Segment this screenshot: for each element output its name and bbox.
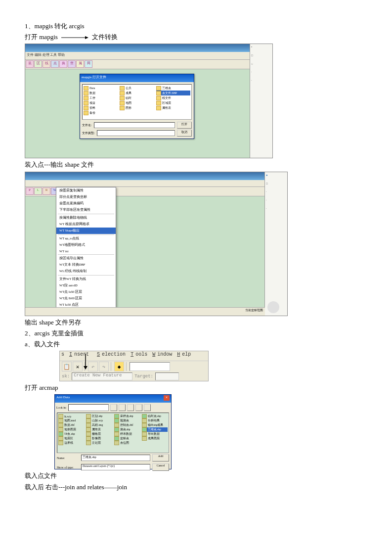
nav-button[interactable] [119,404,126,411]
line-2: 打开 mapgis 文件转换 [25,33,367,42]
menu-item[interactable]: WT txt [56,248,116,254]
side-panel: ●□ ··· [264,172,287,316]
menu-item[interactable]: 全图点更换编码 [56,200,116,207]
menu-item[interactable]: 按图层复制属性 [56,187,116,194]
delete-icon[interactable]: ✕ [73,362,83,371]
nav-button[interactable] [144,404,151,411]
name-input[interactable]: 三维点.shp [81,455,150,461]
menu-item[interactable]: WT地图明码格式 [56,242,116,248]
line-9: 载入后 右击---join and relates——join [25,483,367,492]
dialog-title: mapgis 打开文件 [80,74,194,82]
file-list[interactable]: lk.w/p 地图.mxd 数据.dbf 地形图层 TP点.shp 地层区 边界… [57,413,169,453]
nav-button[interactable] [135,404,142,411]
screenshot-mapgis-convert: 文件 编辑 处理 工具 帮助 装区线 点换查 属网 •□○ ·· mapgis … [25,44,273,158]
type-input[interactable]: Datasets and Layers (*.lyr) [81,464,150,470]
lookin-label: Look in: [56,406,67,409]
open-file-dialog: mapgis 打开文件 Data 数据 工作 项目 资料 备份 公共 成果 临时… [80,74,194,139]
nav-button[interactable] [110,404,117,411]
menu-item[interactable]: WT up_to点线 [56,235,116,242]
undo-icon[interactable]: ↶ [88,362,98,371]
line-1: 1、mapgis 转化 arcgis [25,22,367,31]
close-icon[interactable]: × [164,395,170,401]
dialog-title: Add Data × [55,395,171,403]
task-bar: sk: Create New Feature Target: [60,372,208,381]
line-6: a、载入文件 [25,340,367,349]
type-label: Show of type: [57,466,79,469]
menubar: 文件 编辑 处理 工具 帮助 [25,52,272,60]
context-menu[interactable]: 按图层复制属性 部分点更变换坐标 全图点更换编码 下半部改区改变属性 按属性删除… [56,187,116,316]
nav-button[interactable] [127,404,134,411]
open-button[interactable]: 打开 [177,122,192,129]
arrow-icon [61,35,88,40]
add-button[interactable]: Add [152,454,169,462]
target-field[interactable] [155,372,179,380]
line-8: 载入点文件 [25,471,367,480]
menu-item[interactable]: WT段 autoID [56,282,116,289]
menu-item[interactable]: 下半部改区改变属性 [56,207,116,213]
menu-item[interactable]: WT点 Ia50 区层 [56,289,116,295]
arrow-down-icon [82,354,89,370]
menu-item[interactable]: WT 根据点获网格求 [56,221,116,228]
screenshot-arcmap-toolbar: s Insert Selection Tools Window Help 📋 ✕… [59,351,209,381]
cancel-button[interactable]: Cancel [152,463,169,471]
line-2b: 文件转换 [92,33,118,41]
window-titlebar [25,44,272,52]
menu-item[interactable]: 部分点更变换坐标 [56,194,116,200]
menu-item[interactable]: 按区域导出属性 [56,255,116,262]
clipboard-icon[interactable]: 📋 [62,362,72,371]
toolbar: 装区线 点换查 属网 [25,60,272,69]
filetype-label: 文件类型: [82,131,95,136]
cancel-button[interactable]: 取消 [177,130,192,137]
line-7: 打开 arcmap [25,383,367,392]
line-3: 装入点---输出 shape 文件 [25,160,367,169]
menu-item[interactable]: 文件WT 转换为线 [56,276,116,282]
filetype-input[interactable] [97,130,175,136]
line-5: 2、arcgis 克里金插值 [25,329,367,338]
lookin-field[interactable] [68,404,109,411]
line-2a: 打开 mapgis [25,33,58,41]
svg-marker-1 [85,36,88,39]
file-list[interactable]: Data 数据 工作 项目 资料 备份 公共 成果 临时 地图 图形 三维点 点… [82,84,192,120]
menu-item[interactable]: WL 经线 纬线绘制 [56,268,116,275]
status-bar: 当前坐标范围 [25,307,265,316]
redo-icon[interactable]: ↷ [99,362,109,371]
filename-label: 文件名: [82,123,92,128]
line-4: 输出 shape 文件另存 [25,318,367,327]
screenshot-output-shape: PL RW ●□ ··· 按图层复制属性 部分点更变换坐标 全图点更换编码 下半… [25,172,288,316]
menubar [25,180,287,187]
menu-item[interactable]: 按属性删除地物线 [56,215,116,221]
name-label: Name: [57,457,79,460]
add-data-icon[interactable]: ◆ [114,362,124,371]
svg-marker-3 [84,366,87,370]
filename-input[interactable] [94,122,175,128]
menu-item[interactable]: WT点 Ib00 区层 [56,295,116,302]
menu-item[interactable]: WT文本 转换DBF [56,262,116,268]
task-field[interactable]: Create New Feature [72,372,132,380]
side-panel: •□○ ·· [250,44,272,158]
screenshot-add-data-dialog: Add Data × Look in: lk.w/p 地图.mxd 数据.dbf… [54,394,172,469]
menu-item-highlighted[interactable]: WT Shape输出 [56,228,116,234]
window-titlebar [25,172,287,180]
